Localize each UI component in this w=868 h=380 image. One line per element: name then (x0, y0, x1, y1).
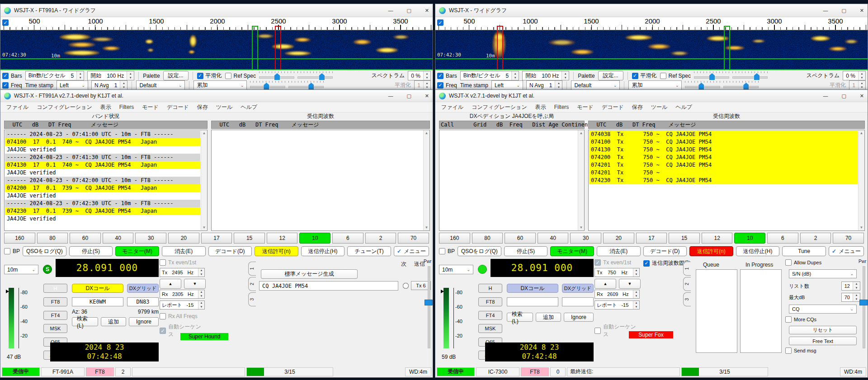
decode-row[interactable]: 074230 17 0.1 739 ~ CQ JA4JOE PM54Japan (5, 207, 200, 215)
dx-call-field[interactable]: KE0WM (72, 297, 123, 306)
decode-row[interactable]: ------ 2024-08-23 - 07:42:30 UTC - 10m -… (5, 200, 200, 207)
mode-button[interactable]: FT8 (43, 297, 67, 306)
mode-button[interactable]: MSK (43, 324, 67, 333)
maximize-icon[interactable]: ▢ (406, 93, 411, 99)
dx-call-button[interactable]: DXコール (72, 284, 123, 293)
list-count-spinner[interactable]: リスト数12▲▼ (789, 281, 860, 291)
send-msg-checkbox[interactable]: Send msg (785, 347, 857, 354)
widegraph-titlebar[interactable]: WSJT-X - ワイドグラフ — ▢ ✕ (435, 4, 868, 17)
tx-freq-spinner[interactable]: Tx2495Hz▲▼ (160, 268, 205, 277)
band-button[interactable]: 60 (70, 233, 101, 244)
generate-std-messages-button[interactable]: 標準メッセージ生成 (261, 269, 358, 279)
timestamp-select[interactable]: Left⌄ (491, 80, 523, 90)
frequency-scale[interactable]: ✓ 500100015002000250030003500 (0, 17, 433, 30)
cq-select[interactable]: CQ⌄ (789, 305, 860, 314)
maximize-icon[interactable]: ▢ (841, 8, 846, 14)
power-handle[interactable] (425, 300, 433, 305)
flatten-checkbox[interactable]: ✓平滑化 (197, 72, 222, 80)
rx-marker-icon[interactable] (724, 26, 730, 30)
close-icon[interactable]: ✕ (425, 8, 429, 14)
mode-button[interactable]: MSK (478, 324, 502, 333)
decode-row[interactable]: 074038 Tx 750 ~ CQ JA4JOE PM54 (589, 131, 858, 138)
accumulate-select[interactable]: 累加⌄ (628, 80, 682, 90)
flatten-checkbox[interactable]: ✓平滑化 (632, 72, 657, 80)
band-button[interactable]: 15 (669, 233, 700, 244)
palette-select[interactable]: Default⌄ (136, 80, 185, 90)
band-button[interactable]: 12 (267, 233, 298, 244)
tx-marker-icon[interactable] (275, 26, 281, 30)
mode-button[interactable]: H (478, 284, 502, 293)
rx-all-freqs-checkbox[interactable]: Rx All Freqs (160, 313, 198, 319)
add-button[interactable]: 追加 (101, 317, 126, 326)
zero2-slider[interactable] (723, 80, 759, 90)
more-cqs-checkbox[interactable]: More CQs (785, 316, 857, 323)
lookup-button[interactable]: 検索(L) (507, 313, 533, 322)
free-text-button[interactable]: Free Text (789, 337, 860, 345)
lookup-button[interactable]: 検索(L) (72, 317, 98, 326)
action-button[interactable]: 消去(E) (597, 246, 641, 256)
action-button[interactable]: 消去(E) (162, 246, 206, 256)
gain2-slider[interactable] (250, 80, 285, 90)
bars-checkbox[interactable]: ✓Bars (437, 73, 457, 79)
action-button[interactable]: デコード(D) (643, 246, 687, 256)
decode-row[interactable]: ------ 2024-08-23 - 07:42:00 UTC - 10m -… (5, 177, 200, 184)
decode-row[interactable]: 074100 Tx 750 ~ CQ JA4JOE PM54 (589, 138, 858, 146)
message-field[interactable]: CQ JA4JOE PM54 (259, 281, 398, 291)
palette-select[interactable]: Default⌄ (571, 80, 620, 90)
minimize-icon[interactable]: — (823, 93, 828, 99)
main-titlebar[interactable]: WSJT-X v2.7.1-devel by K1JT et al. — ▢ ✕ (435, 90, 868, 102)
action-button[interactable]: 停止(S) (504, 246, 548, 256)
menu-item[interactable]: コンフィグレーション (33, 103, 96, 112)
decode-row[interactable]: 074200 Tx 750 ~ CQ JA4JOE PM54 (589, 154, 858, 161)
spectrum-spinner[interactable]: 0 %▲▼ (408, 71, 431, 80)
menu-toggle-button[interactable]: ✓メニュー (829, 246, 864, 256)
start-freq-spinner[interactable]: 開始100 Hz▲▼ (87, 71, 134, 80)
message-tab[interactable]: 1 (248, 262, 256, 276)
band-button[interactable]: 30 (135, 233, 166, 244)
action-button[interactable]: QSOをログ(Q) (458, 246, 501, 256)
max-db-spinner[interactable]: 最大dB70▲▼ (789, 293, 860, 302)
waterfall-display[interactable]: 07:42:30 10m (435, 30, 868, 70)
decode-row[interactable]: JA4JOE verified (5, 215, 200, 223)
widegraph-titlebar[interactable]: WSJT-X - FT991A - ワイドグラフ — ▢ ✕ (0, 4, 433, 17)
reset-button[interactable]: リセット (789, 326, 860, 334)
menu-item[interactable]: Filters (115, 103, 138, 111)
spectrum-spinner[interactable]: 0 %▲▼ (843, 71, 866, 80)
decode-row[interactable]: 074130 Tx 750 ~ CQ JA4JOE PM54 (589, 146, 858, 154)
navg-spinner[interactable]: N Avg1▲▼ (526, 80, 563, 90)
menu-item[interactable]: モード (573, 103, 598, 112)
mode-button[interactable]: FT4 (478, 311, 502, 320)
band-button[interactable]: 160 (4, 233, 35, 244)
tx-down-button[interactable]: ▼ (619, 279, 641, 289)
dx-grid-button[interactable]: DXグリッド (127, 284, 159, 293)
band-button[interactable]: 12 (702, 233, 733, 244)
menu-item[interactable]: ファイル (437, 103, 467, 112)
bp-checkbox[interactable]: BP (439, 248, 455, 254)
decode-row[interactable]: ------ 2024-08-23 - 07:41:00 UTC - 10m -… (5, 131, 200, 138)
decode-row[interactable]: 074230 Tx 750 ~ CQ JA4JOE PM54 (589, 177, 858, 184)
mode-button[interactable]: H (43, 284, 67, 293)
in-progress-list[interactable] (740, 269, 782, 353)
action-button[interactable]: 送信停止(H) (301, 246, 345, 256)
action-button[interactable]: Tune (782, 246, 826, 256)
power-slider[interactable]: Pwr (424, 258, 434, 355)
band-button[interactable]: 40 (103, 233, 134, 244)
menu-item[interactable]: ツール (212, 103, 237, 112)
decode-row[interactable]: JA4JOE verified (5, 192, 200, 200)
decode-row[interactable]: JA4JOE verified (5, 146, 200, 154)
palette-adjust-button[interactable]: 設定... (598, 71, 623, 80)
rx-freq-spinner[interactable]: Rx2305Hz▲▼ (160, 290, 205, 299)
band-button[interactable]: 2 (365, 233, 396, 244)
dx-grid-button[interactable]: DXグリッド (562, 284, 594, 293)
band-button[interactable]: 6 (767, 233, 798, 244)
band-button[interactable]: 40 (538, 233, 569, 244)
next-radio[interactable] (403, 283, 409, 289)
band-button[interactable]: 60 (505, 233, 536, 244)
decode-row[interactable]: 074200 17 0.1 739 ~ CQ JA4JOE PM54Japan (5, 184, 200, 192)
mode-button[interactable]: FT4 (43, 311, 67, 320)
power-handle[interactable] (859, 300, 868, 305)
allow-dupes-checkbox[interactable]: Allow Dupes (785, 259, 857, 266)
decode-row[interactable]: JA4JOE verified (5, 169, 200, 177)
dx-grid-field[interactable]: DN83 (127, 297, 159, 306)
dx-call-field[interactable] (507, 297, 558, 306)
